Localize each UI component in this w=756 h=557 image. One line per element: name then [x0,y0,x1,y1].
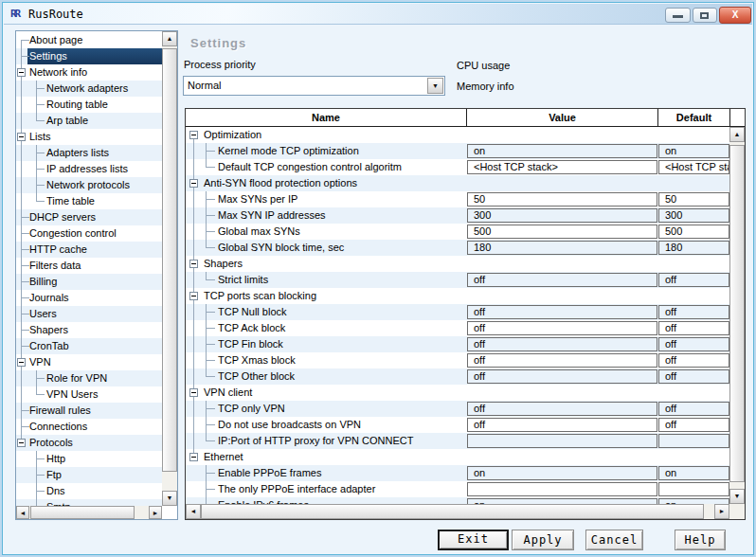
setting-row-tcp-other-block[interactable]: TCP Other blockoffoff [186,368,729,385]
value-cell[interactable]: 300 [467,208,657,223]
value-cell[interactable]: 180 [467,241,657,255]
sidebar-item-network-info[interactable]: Network info [16,64,162,81]
default-cell[interactable]: off [658,305,729,319]
default-cell[interactable]: off [658,369,729,384]
value-cell[interactable]: off [467,305,657,319]
setting-row-strict-limits[interactable]: Strict limitsoffoff [186,272,729,288]
setting-group-anti-syn-flood-protection-options[interactable]: Anti-SYN flood protection options [186,175,729,191]
default-cell[interactable]: 50 [658,192,729,207]
help-button[interactable]: Help [675,530,726,550]
setting-row-enable-ipv6-frames[interactable]: Enable IPv6 framesonon [186,497,729,504]
collapse-minus-icon[interactable] [189,260,198,268]
setting-row-the-only-pppoe-interface-adapter[interactable]: The only PPPoE interface adapter [186,481,729,497]
sidebar-item-settings[interactable]: Settings [16,48,162,64]
value-cell[interactable]: off [467,273,657,287]
tree-scroll-right-button[interactable]: ► [149,506,162,519]
sidebar-item-filters-data[interactable]: Filters data [16,258,162,274]
sidebar-item-firewall-rules[interactable]: Firewall rules [16,403,162,419]
sidebar-item-network-adapters[interactable]: Network adapters [16,81,162,97]
setting-row-do-not-use-broadcasts-on-vpn[interactable]: Do not use broadcasts on VPNoffoff [186,417,729,433]
collapse-minus-icon[interactable] [189,388,198,397]
default-cell[interactable]: on [658,144,729,158]
table-scroll-right-button[interactable]: ► [714,504,729,519]
sidebar-item-ftp[interactable]: Ftp [16,467,162,483]
column-header-value[interactable]: Value [467,109,658,127]
sidebar-item-users[interactable]: Users [16,306,162,322]
sidebar-item-vpn[interactable]: VPN [16,354,162,370]
sidebar-item-dhcp-servers[interactable]: DHCP servers [16,209,162,225]
apply-button[interactable]: Apply [512,530,574,550]
setting-group-vpn-client[interactable]: VPN client [186,385,729,401]
collapse-minus-icon[interactable] [17,439,26,447]
tree-scroll-left-button[interactable]: ◄ [16,506,29,519]
cancel-button[interactable]: Cancel [585,530,643,550]
setting-group-tcp-ports-scan-blocking[interactable]: TCP ports scan blocking [186,288,729,304]
setting-row-enable-pppoe-frames[interactable]: Enable PPPoE framesonon [186,465,729,481]
default-cell[interactable]: off [658,402,729,416]
setting-row-default-tcp-congestion-control-algoritm[interactable]: Default TCP congestion control algoritm<… [186,159,729,175]
sidebar-item-arp-table[interactable]: Arp table [16,113,162,129]
default-cell[interactable] [658,482,729,496]
collapse-minus-icon[interactable] [17,68,26,77]
setting-row-max-syns-per-ip[interactable]: Max SYNs per IP5050 [186,191,729,207]
sidebar-item-time-table[interactable]: Time table [16,193,162,209]
value-cell[interactable]: on [467,466,657,480]
exit-button[interactable]: Exit [438,530,509,550]
sidebar-item-journals[interactable]: Journals [16,290,162,306]
table-vertical-scrollbar[interactable]: ▲ ▼ [729,127,745,504]
sidebar-item-connections[interactable]: Connections [16,419,162,435]
sidebar-item-adapters-lists[interactable]: Adapters lists [16,145,162,161]
table-scroll-left-button[interactable]: ◄ [186,504,201,519]
sidebar-item-congestion-control[interactable]: Congestion control [16,225,162,242]
value-cell[interactable]: off [467,337,657,351]
titlebar[interactable]: RR RusRoute X [4,4,752,25]
table-scroll-up-button[interactable]: ▲ [729,127,745,142]
default-cell[interactable]: off [658,321,729,335]
sidebar-item-dns[interactable]: Dns [16,483,162,499]
default-cell[interactable]: 180 [658,241,729,255]
setting-row-ip-port-of-http-proxy-for-vpn-connect[interactable]: IP:Port of HTTP proxy for VPN CONNECT [186,433,729,449]
setting-group-ethernet[interactable]: Ethernet [186,449,729,465]
collapse-minus-icon[interactable] [17,358,26,367]
default-cell[interactable]: on [658,466,729,480]
sidebar-item-routing-table[interactable]: Routing table [16,97,162,113]
value-cell[interactable]: off [467,418,657,432]
tree-vscroll-thumb[interactable] [162,48,177,472]
close-button[interactable]: X [719,7,751,24]
maximize-button[interactable] [693,8,717,23]
value-cell[interactable]: off [467,402,657,416]
default-cell[interactable]: off [658,418,729,432]
minimize-button[interactable] [665,8,691,23]
sidebar-item-role-for-vpn[interactable]: Role for VPN [16,370,162,386]
sidebar-item-shapers[interactable]: Shapers [16,322,162,338]
sidebar-item-crontab[interactable]: CronTab [16,338,162,354]
value-cell[interactable]: off [467,369,657,384]
value-cell[interactable]: off [467,353,657,368]
default-cell[interactable] [658,434,729,448]
value-cell[interactable]: off [467,321,657,335]
setting-row-tcp-xmas-block[interactable]: TCP Xmas blockoffoff [186,352,729,368]
default-cell[interactable]: 500 [658,225,729,239]
value-cell[interactable] [467,434,657,448]
setting-row-global-syn-block-time-sec[interactable]: Global SYN block time, sec180180 [186,240,729,256]
setting-row-tcp-only-vpn[interactable]: TCP only VPNoffoff [186,401,729,417]
collapse-minus-icon[interactable] [189,179,198,188]
setting-row-kernel-mode-tcp-optimization[interactable]: Kernel mode TCP optimizationonon [186,143,729,159]
sidebar-item-http[interactable]: Http [16,451,162,467]
sidebar-item-about-page[interactable]: About page [16,32,162,48]
value-cell[interactable]: 500 [467,225,657,239]
setting-group-optimization[interactable]: Optimization [186,127,729,143]
column-header-name[interactable]: Name [186,109,467,127]
table-hscroll-thumb[interactable] [201,504,704,519]
tree-horizontal-scrollbar[interactable]: ◄ ► [16,506,162,519]
default-cell[interactable]: <Host TCP stack> [658,160,729,174]
tree-scroll-up-button[interactable]: ▲ [162,31,177,46]
process-priority-select[interactable]: Normal ▼ [183,76,445,96]
tree-scroll-down-button[interactable]: ▼ [162,491,177,506]
table-vscroll-thumb[interactable] [729,145,745,482]
combo-dropdown-button[interactable]: ▼ [427,78,443,94]
sidebar-item-billing[interactable]: Billing [16,274,162,290]
value-cell[interactable]: 50 [467,192,657,207]
sidebar-item-lists[interactable]: Lists [16,129,162,145]
tree-hscroll-thumb[interactable] [30,506,135,519]
